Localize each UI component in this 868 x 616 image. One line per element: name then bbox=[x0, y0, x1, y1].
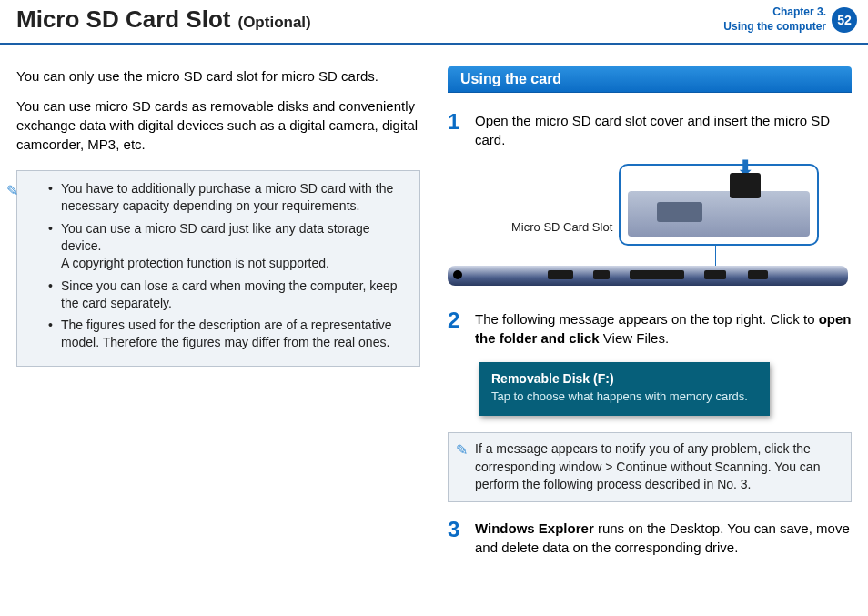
info-bold: Continue without Scanning bbox=[616, 459, 768, 474]
chapter-line1: Chapter 3. bbox=[723, 5, 826, 20]
page-header: Micro SD Card Slot (Optional) Chapter 3.… bbox=[0, 0, 868, 45]
step-1: 1 Open the micro SD card slot cover and … bbox=[448, 111, 852, 149]
title-wrap: Micro SD Card Slot (Optional) bbox=[16, 5, 311, 34]
port-icon bbox=[630, 270, 684, 279]
step-text: The following message appears on the top… bbox=[475, 309, 852, 348]
toast-title: Removable Disk (F:) bbox=[491, 371, 757, 386]
left-column: You can only use the micro SD card slot … bbox=[16, 66, 420, 571]
info-text: If a message appears to notify you of an… bbox=[475, 440, 842, 494]
intro-block: You can only use the micro SD card slot … bbox=[16, 66, 420, 154]
info-icon: ✎ bbox=[456, 440, 468, 494]
step-number: 1 bbox=[448, 111, 464, 149]
sd-slot-icon bbox=[657, 202, 702, 222]
step-text: Open the micro SD card slot cover and in… bbox=[475, 111, 852, 149]
step-number: 3 bbox=[448, 519, 464, 557]
port-icon bbox=[704, 270, 726, 279]
chapter-line2: Using the computer bbox=[723, 20, 826, 35]
device-illustration: Micro SD Card Slot ⬇ bbox=[448, 164, 852, 291]
content-columns: You can only use the micro SD card slot … bbox=[0, 45, 868, 571]
page-number-badge: 52 bbox=[832, 7, 857, 33]
device-edge-closeup bbox=[628, 191, 810, 237]
sd-slot-label: Micro SD Card Slot bbox=[511, 220, 612, 234]
intro-p1: You can only use the micro SD card slot … bbox=[16, 66, 420, 86]
note-icon: ✎ bbox=[6, 182, 18, 199]
note-item: The figures used for the description are… bbox=[48, 317, 409, 351]
step3-bold: Windows Explorer bbox=[475, 520, 594, 536]
header-right: Chapter 3. Using the computer 52 bbox=[723, 5, 857, 34]
step2-post: View Files. bbox=[600, 330, 669, 346]
section-title: Using the card bbox=[448, 66, 852, 93]
page-subtitle: (Optional) bbox=[237, 14, 310, 32]
port-icon bbox=[548, 270, 573, 279]
sd-card-icon bbox=[730, 173, 761, 198]
note-box: ✎ You have to additionally purchase a mi… bbox=[16, 170, 420, 367]
port-icon bbox=[748, 270, 768, 279]
note-item: You have to additionally purchase a micr… bbox=[48, 180, 409, 215]
step-number: 2 bbox=[448, 309, 464, 348]
note-item: You can use a micro SD card just like an… bbox=[48, 220, 409, 272]
intro-p2: You can use micro SD cards as removable … bbox=[16, 96, 420, 154]
page-title: Micro SD Card Slot bbox=[16, 5, 230, 34]
toast-body: Tap to choose what happens with memory c… bbox=[491, 389, 757, 405]
chapter-info: Chapter 3. Using the computer bbox=[723, 5, 826, 34]
step-text: Windows Explorer runs on the Desktop. Yo… bbox=[475, 519, 852, 557]
port-icon bbox=[593, 270, 610, 279]
note-item: Since you can lose a card when moving th… bbox=[48, 278, 409, 312]
callout-box: ⬇ bbox=[619, 164, 819, 246]
step-2: 2 The following message appears on the t… bbox=[448, 309, 852, 348]
removable-disk-toast: Removable Disk (F:) Tap to choose what h… bbox=[479, 362, 770, 416]
step-3: 3 Windows Explorer runs on the Desktop. … bbox=[448, 519, 852, 557]
right-column: Using the card 1 Open the micro SD card … bbox=[448, 66, 852, 571]
info-box: ✎ If a message appears to notify you of … bbox=[448, 432, 852, 502]
step2-pre: The following message appears on the top… bbox=[475, 311, 819, 327]
